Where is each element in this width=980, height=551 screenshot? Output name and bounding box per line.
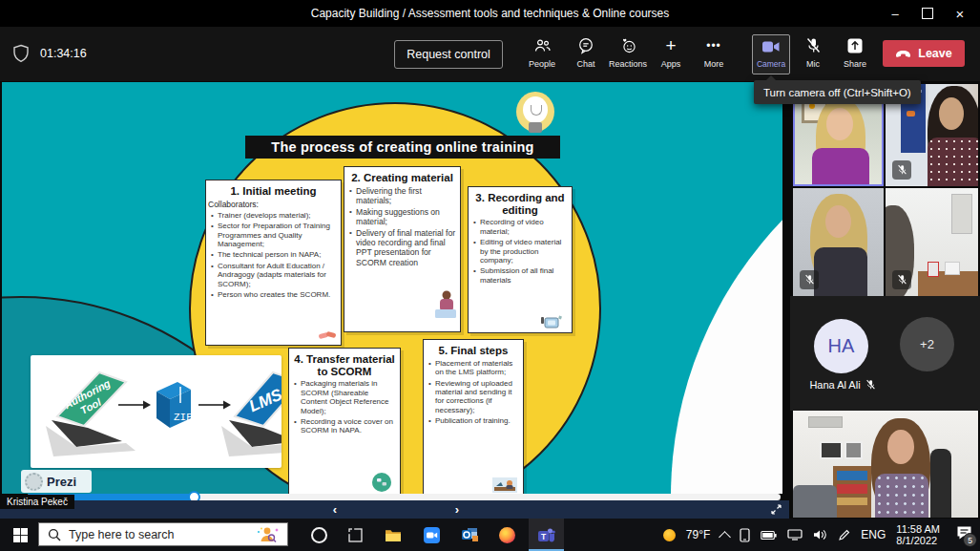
person-laptop-icon <box>433 289 458 320</box>
mic-button[interactable]: Mic <box>791 35 835 69</box>
maximize-button[interactable] <box>911 0 944 27</box>
network-display-icon[interactable] <box>787 529 803 540</box>
apps-button[interactable]: + Apps <box>649 35 693 69</box>
handshake-icon <box>318 329 337 341</box>
prezi-logo-icon <box>25 473 43 491</box>
meeting-timer: 01:34:16 <box>40 47 87 60</box>
camera-tooltip: Turn camera off (Ctrl+Shift+O) <box>754 80 921 104</box>
windows-logo-icon <box>13 528 28 542</box>
leave-button[interactable]: Leave <box>883 40 965 67</box>
chair <box>793 485 837 518</box>
more-icon: ••• <box>692 35 736 56</box>
camcorder-icon <box>539 314 564 329</box>
firefox-button[interactable] <box>491 519 522 551</box>
tray-overflow-chevron[interactable] <box>719 531 731 543</box>
vent <box>808 416 843 428</box>
people-button[interactable]: People <box>520 35 564 69</box>
search-placeholder: Type here to search <box>69 528 255 541</box>
prezi-label: Prezi <box>47 475 76 489</box>
start-button[interactable] <box>6 519 34 551</box>
teams-app-button[interactable]: T <box>529 519 564 551</box>
system-tray: 79°F ENG 11:58 AM 8/1/2022 <box>663 519 980 551</box>
next-slide-button[interactable]: › <box>447 500 468 519</box>
reactions-button[interactable]: Reactions <box>606 35 650 69</box>
file-explorer-button[interactable] <box>378 519 408 551</box>
chat-button[interactable]: Chat <box>564 35 608 69</box>
participant-name-row: Hana Al Ali <box>790 379 895 391</box>
cortana-button[interactable] <box>303 519 334 551</box>
box-bullets: Placement of materials on the LMS platfo… <box>424 359 523 426</box>
task-view-icon <box>348 528 363 542</box>
prezi-badge[interactable]: Prezi <box>21 470 92 493</box>
lightbulb-icon <box>516 92 554 141</box>
video-tile-participant-4[interactable] <box>793 411 978 518</box>
mic-muted-icon <box>791 35 835 56</box>
video-tile-participant-2[interactable] <box>793 188 884 296</box>
slide-title-banner: The process of creating online training <box>245 136 560 159</box>
close-button[interactable]: × <box>944 0 976 27</box>
weather-sun-icon[interactable] <box>663 529 676 541</box>
slide-box-transfer-scorm: 4. Transfer material to SCORM Packaging … <box>288 348 401 494</box>
outlook-icon <box>462 527 478 542</box>
meeting-stage: The process of creating online training … <box>0 81 980 519</box>
minimize-button[interactable]: – <box>879 0 911 27</box>
slide-box-recording-editing: 3. Recording and editing Recording of vi… <box>468 186 573 333</box>
volume-icon[interactable] <box>813 529 827 540</box>
box-bullets: Recording of video material;Editing of v… <box>469 218 572 285</box>
firefox-icon <box>499 527 515 543</box>
hangup-icon <box>895 50 911 58</box>
pen-icon[interactable] <box>838 529 850 541</box>
slide-box-final-steps: 5. Final steps Placement of materials on… <box>423 339 524 494</box>
teams-meeting-window: Capacity Building / Assessment tools and… <box>0 0 980 551</box>
task-view-button[interactable] <box>340 519 370 551</box>
slide-box-initial-meeting: 1. Initial meeting Collaborators: Traine… <box>205 180 342 346</box>
prev-slide-button[interactable]: ‹ <box>324 500 345 519</box>
overflow-participants-badge[interactable]: +2 <box>900 317 954 371</box>
weather-temp[interactable]: 79°F <box>686 528 710 541</box>
desk-items <box>928 262 939 277</box>
audio-participants-zone: HA +2 Hana Al Ali <box>790 296 980 411</box>
camera-button[interactable]: Camera <box>752 34 790 74</box>
box-heading: 4. Transfer material to SCORM <box>292 353 397 377</box>
gear-icon <box>371 472 392 493</box>
taskbar-search-input[interactable]: Type here to search <box>38 522 288 546</box>
search-highlights-icon[interactable] <box>255 525 280 544</box>
battery-icon[interactable] <box>761 530 777 540</box>
clock-date: 8/1/2022 <box>896 535 940 547</box>
zoom-app-button[interactable] <box>416 519 447 551</box>
window-titlebar: Capacity Building / Assessment tools and… <box>0 0 980 27</box>
presentation-scrollbar[interactable] <box>27 494 781 500</box>
shared-presentation[interactable]: The process of creating online training … <box>2 82 782 494</box>
zoom-icon <box>424 527 440 543</box>
more-button[interactable]: ••• More <box>692 35 736 69</box>
mic-muted-indicator <box>800 270 819 289</box>
box-intro: Collaborators: <box>208 200 339 209</box>
box-heading: 2. Creating material <box>347 172 457 184</box>
search-icon <box>48 528 61 541</box>
svg-text:ZIP: ZIP <box>174 412 193 423</box>
phone-icon[interactable] <box>740 528 750 542</box>
request-control-button[interactable]: Request control <box>394 40 503 69</box>
window-title: Capacity Building / Assessment tools and… <box>0 0 980 27</box>
action-center-button[interactable]: 5 <box>956 525 972 544</box>
box-bullets: Trainer (develops material);Sector for P… <box>206 211 341 300</box>
windows-taskbar: Type here to search <box>0 519 980 551</box>
scorm-flow-diagram: AuthoringTool ZIP <box>31 355 281 468</box>
apps-icon: + <box>649 35 693 56</box>
video-tile-participant-3[interactable] <box>886 188 978 296</box>
taskbar-clock[interactable]: 11:58 AM 8/1/2022 <box>896 523 940 547</box>
training-desk-icon <box>492 477 517 493</box>
shield-icon <box>12 44 30 67</box>
folder-icon <box>385 528 402 542</box>
expand-icon[interactable] <box>771 504 782 515</box>
cortana-icon <box>311 527 327 543</box>
presenter-name-label: Kristina Pekeč <box>0 495 74 509</box>
outlook-button[interactable] <box>454 519 485 551</box>
language-indicator[interactable]: ENG <box>861 528 886 541</box>
box-heading: 3. Recording and editing <box>471 192 569 216</box>
box-heading: 5. Final steps <box>427 345 520 357</box>
avatar-hana[interactable]: HA <box>814 319 868 373</box>
share-button[interactable]: Share <box>833 35 877 69</box>
notification-count-badge: 5 <box>963 533 977 547</box>
clock-time: 11:58 AM <box>896 523 940 536</box>
